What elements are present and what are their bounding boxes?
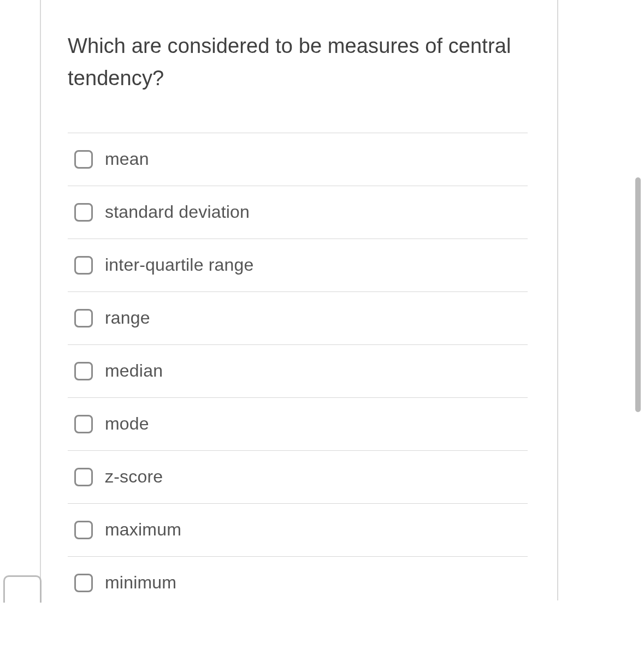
checkbox-icon[interactable] <box>74 203 93 222</box>
scrollbar-thumb[interactable] <box>635 177 641 412</box>
checkbox-icon[interactable] <box>74 362 93 380</box>
option-mean[interactable]: mean <box>68 133 528 186</box>
options-list: mean standard deviation inter-quartile r… <box>68 133 528 609</box>
option-label: range <box>105 308 150 328</box>
question-block: Which are considered to be measures of c… <box>68 30 528 609</box>
checkbox-icon[interactable] <box>74 150 93 169</box>
option-label: standard deviation <box>105 202 250 222</box>
checkbox-icon[interactable] <box>74 521 93 539</box>
checkbox-icon[interactable] <box>74 574 93 592</box>
option-label: z-score <box>105 467 163 487</box>
option-label: median <box>105 361 163 381</box>
left-border <box>40 0 41 592</box>
question-text: Which are considered to be measures of c… <box>68 30 528 94</box>
option-inter-quartile-range[interactable]: inter-quartile range <box>68 239 528 291</box>
checkbox-icon[interactable] <box>74 309 93 327</box>
option-label: mode <box>105 414 149 434</box>
option-minimum[interactable]: minimum <box>68 556 528 609</box>
corner-tab <box>3 575 42 603</box>
option-mode[interactable]: mode <box>68 397 528 450</box>
option-label: mean <box>105 149 149 169</box>
option-z-score[interactable]: z-score <box>68 450 528 503</box>
checkbox-icon[interactable] <box>74 468 93 486</box>
option-label: inter-quartile range <box>105 255 254 275</box>
option-maximum[interactable]: maximum <box>68 503 528 556</box>
checkbox-icon[interactable] <box>74 256 93 275</box>
right-border <box>557 0 558 600</box>
option-label: minimum <box>105 573 176 593</box>
option-range[interactable]: range <box>68 291 528 344</box>
option-median[interactable]: median <box>68 344 528 397</box>
option-standard-deviation[interactable]: standard deviation <box>68 186 528 239</box>
option-label: maximum <box>105 520 181 540</box>
checkbox-icon[interactable] <box>74 415 93 433</box>
quiz-page: Which are considered to be measures of c… <box>0 0 644 655</box>
